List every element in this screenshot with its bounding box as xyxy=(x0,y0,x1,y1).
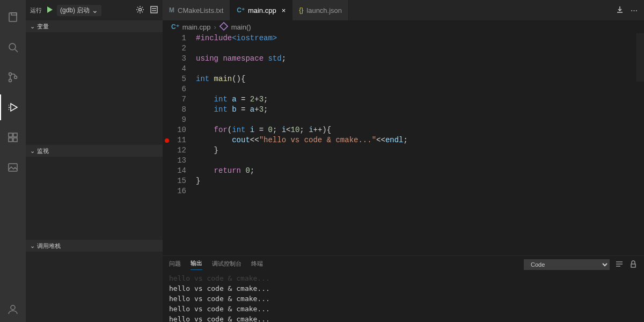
activity-explorer-icon[interactable] xyxy=(0,4,26,30)
variables-body xyxy=(26,32,163,145)
launch-config-name: (gdb) 启动 xyxy=(60,6,90,15)
activity-extensions-icon[interactable] xyxy=(0,125,26,150)
svg-point-2 xyxy=(9,43,16,50)
code-editor[interactable]: 12345678910111213141516 #include<iostrea… xyxy=(163,33,644,255)
svg-rect-23 xyxy=(631,264,635,267)
section-watch[interactable]: ⌄ 监视 xyxy=(26,145,163,157)
editor-actions: ⋯ xyxy=(609,0,644,20)
run-debug-sidebar: 运行 (gdb) 启动 ⌄ ⌄ 变量 ⌄ 监视 ⌄ 调用堆栈 xyxy=(26,0,163,322)
overflow-icon[interactable] xyxy=(150,5,158,16)
section-callstack[interactable]: ⌄ 调用堆栈 xyxy=(26,240,163,252)
tab-main-cpp[interactable]: C⁺ main.cpp × xyxy=(230,0,292,20)
more-icon[interactable]: ⋯ xyxy=(631,6,638,14)
cpp-file-icon: C⁺ xyxy=(237,6,245,14)
lock-icon[interactable] xyxy=(629,260,638,269)
run-label: 运行 xyxy=(30,6,42,14)
panel-tab-debug-console[interactable]: 调试控制台 xyxy=(212,260,241,270)
svg-point-13 xyxy=(11,305,15,310)
svg-rect-1 xyxy=(11,13,17,15)
activity-bar xyxy=(0,0,26,322)
svg-rect-19 xyxy=(220,22,228,30)
svg-line-3 xyxy=(15,49,18,52)
svg-point-4 xyxy=(9,73,12,76)
main-area: M CMakeLists.txt C⁺ main.cpp × {} launch… xyxy=(163,0,644,322)
svg-rect-8 xyxy=(9,133,12,137)
chevron-down-icon: ⌄ xyxy=(92,6,98,14)
launch-config-dropdown[interactable]: (gdb) 启动 ⌄ xyxy=(57,5,101,16)
panel-tab-problems[interactable]: 问题 xyxy=(169,260,181,270)
cpp-file-icon: C⁺ xyxy=(171,23,179,31)
svg-rect-0 xyxy=(9,13,17,21)
chevron-down-icon: ⌄ xyxy=(30,243,35,250)
svg-point-5 xyxy=(9,79,12,82)
activity-image-icon[interactable] xyxy=(0,155,26,180)
output-view[interactable]: hello vs code & cmake...hello vs code & … xyxy=(163,273,644,322)
svg-rect-16 xyxy=(151,6,157,13)
close-icon[interactable]: × xyxy=(282,6,286,14)
json-file-icon: {} xyxy=(299,6,303,14)
start-debug-icon[interactable] xyxy=(45,5,54,16)
chevron-down-icon: ⌄ xyxy=(30,23,35,30)
cmake-file-icon: M xyxy=(169,6,174,14)
run-header: 运行 (gdb) 启动 ⌄ xyxy=(26,0,163,20)
svg-point-15 xyxy=(139,8,142,11)
watch-body xyxy=(26,157,163,240)
activity-debug-icon[interactable] xyxy=(0,94,26,120)
panel-tabs: 问题 输出 调试控制台 终端 Code xyxy=(163,256,644,273)
breadcrumb[interactable]: C⁺ main.cpp › main() xyxy=(163,20,644,33)
output-channel-select[interactable]: Code xyxy=(524,259,610,270)
panel-tab-output[interactable]: 输出 xyxy=(191,259,202,270)
minimap[interactable] xyxy=(636,33,644,82)
chevron-right-icon: › xyxy=(214,23,216,31)
svg-rect-11 xyxy=(13,138,17,142)
chevron-down-icon: ⌄ xyxy=(30,148,35,155)
gear-icon[interactable] xyxy=(136,5,144,16)
activity-git-icon[interactable] xyxy=(0,64,26,90)
activity-search-icon[interactable] xyxy=(0,34,26,60)
svg-marker-7 xyxy=(11,104,17,111)
editor-tabs: M CMakeLists.txt C⁺ main.cpp × {} launch… xyxy=(163,0,644,20)
svg-point-6 xyxy=(14,76,17,79)
word-wrap-icon[interactable] xyxy=(615,260,624,269)
download-icon[interactable] xyxy=(616,5,624,16)
svg-rect-9 xyxy=(13,133,17,137)
tab-launch-json[interactable]: {} launch.json xyxy=(292,0,349,20)
bottom-panel: 问题 输出 调试控制台 终端 Code hello vs code & cmak… xyxy=(163,255,644,322)
svg-rect-12 xyxy=(9,164,17,171)
svg-rect-10 xyxy=(9,138,12,142)
panel-tab-terminal[interactable]: 终端 xyxy=(251,260,263,270)
symbol-function-icon xyxy=(219,22,228,32)
svg-marker-14 xyxy=(47,6,53,13)
section-variables[interactable]: ⌄ 变量 xyxy=(26,20,163,32)
activity-account-icon[interactable] xyxy=(0,296,26,322)
tab-cmakelists[interactable]: M CMakeLists.txt xyxy=(163,0,230,20)
